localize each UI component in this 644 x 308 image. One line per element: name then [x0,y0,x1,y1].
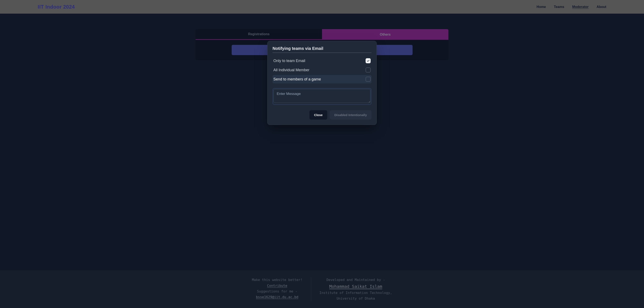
option-list: Only to team Email All Individual Member… [272,56,372,83]
option-game-members-label: Send to members of a game [273,77,321,81]
option-team-email[interactable]: Only to team Email [272,56,372,65]
option-individual[interactable]: All Individual Member [272,66,372,74]
modal-overlay[interactable]: Notifying teams via Email Only to team E… [0,0,644,308]
option-game-members[interactable]: Send to members of a game [272,75,372,83]
message-input[interactable] [274,89,370,103]
checkbox-game-members[interactable] [366,77,371,82]
message-field-wrap [272,88,372,105]
option-individual-label: All Individual Member [273,68,310,72]
check-icon [366,59,370,62]
notify-modal: Notifying teams via Email Only to team E… [267,41,377,125]
close-button[interactable]: Close [310,110,327,120]
modal-title: Notifying teams via Email [272,46,372,53]
disabled-button: Disabled Intentionally [330,110,372,120]
checkbox-individual[interactable] [366,67,371,72]
checkbox-team-email[interactable] [366,58,371,63]
modal-actions: Close Disabled Intentionally [272,110,372,120]
option-team-email-label: Only to team Email [273,59,305,63]
